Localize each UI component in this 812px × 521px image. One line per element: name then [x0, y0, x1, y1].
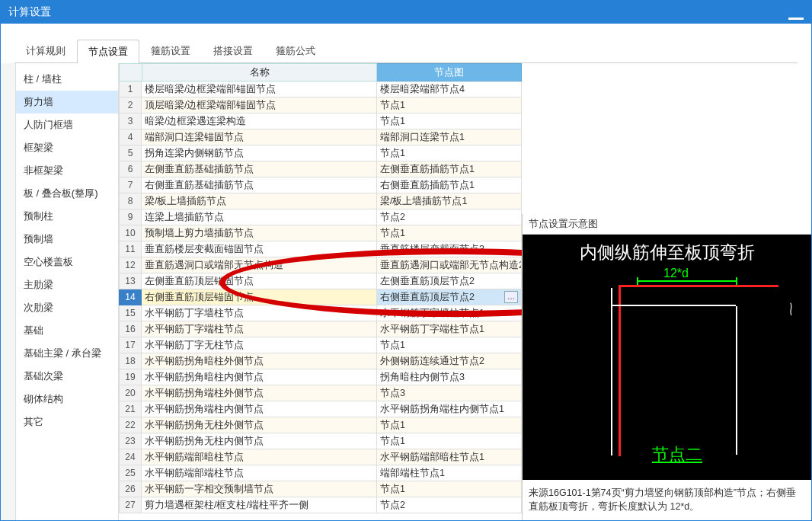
table-row[interactable]: 23水平钢筋拐角无柱内侧节点节点1	[119, 433, 522, 449]
table-row[interactable]: 27剪力墙遇框架柱/框支柱/端柱平齐一侧节点2	[119, 497, 522, 513]
sidebar-item[interactable]: 框架梁	[16, 136, 118, 159]
sidebar-item[interactable]: 砌体结构	[16, 388, 118, 411]
row-diagram[interactable]: 节点1	[377, 113, 522, 129]
tab-4[interactable]: 箍筋公式	[264, 39, 327, 62]
row-name[interactable]: 端部洞口连梁锚固节点	[142, 129, 377, 145]
table-row[interactable]: 10预制墙上剪力墙插筋节点节点1	[119, 225, 522, 241]
table-row[interactable]: 11垂直筋楼层变截面锚固节点垂直筋楼层变截面节点3	[119, 241, 522, 257]
row-name[interactable]: 梁/板上墙插筋节点	[142, 193, 377, 209]
row-diagram[interactable]: 节点3	[377, 385, 522, 401]
table-row[interactable]: 26水平钢筋一字相交预制墙节点节点1	[119, 481, 522, 497]
table-row[interactable]: 17水平钢筋丁字无柱节点节点1	[119, 337, 522, 353]
row-diagram[interactable]: 水平钢筋拐角端柱内侧节点1	[377, 401, 522, 417]
row-diagram[interactable]: 节点1	[377, 417, 522, 433]
row-name[interactable]: 垂直筋楼层变截面锚固节点	[142, 241, 377, 257]
row-diagram[interactable]: 节点1	[377, 481, 522, 497]
table-row[interactable]: 12垂直筋遇洞口或端部无节点构造垂直筋遇洞口或端部无节点构造2	[119, 257, 522, 273]
tab-3[interactable]: 搭接设置	[202, 39, 264, 62]
row-name[interactable]: 水平钢筋丁字端柱节点	[142, 321, 377, 337]
table-row[interactable]: 8梁/板上墙插筋节点梁/板上墙插筋节点1	[119, 193, 522, 209]
sidebar-item[interactable]: 主肋梁	[16, 273, 118, 296]
table-row[interactable]: 16水平钢筋丁字端柱节点水平钢筋丁字端柱节点1	[119, 321, 522, 337]
table-row[interactable]: 2顶层暗梁/边框梁端部锚固节点节点1	[119, 97, 522, 113]
row-name[interactable]: 楼层暗梁/边框梁端部锚固节点	[142, 82, 377, 97]
sidebar-item[interactable]: 剪力墙	[16, 91, 118, 113]
row-name[interactable]: 水平钢筋端部端柱节点	[142, 465, 377, 481]
minimize-button[interactable]	[788, 5, 804, 20]
row-diagram[interactable]: 节点1	[377, 145, 522, 161]
row-name[interactable]: 剪力墙遇框架柱/框支柱/端柱平齐一侧	[142, 497, 377, 513]
sidebar-item[interactable]: 非框架梁	[16, 159, 118, 182]
row-diagram[interactable]: 节点1	[377, 97, 522, 113]
row-name[interactable]: 水平钢筋丁字墙柱节点	[142, 305, 377, 321]
row-name[interactable]: 水平钢筋端部暗柱节点	[142, 449, 377, 465]
browse-button[interactable]: …	[504, 291, 518, 303]
table-row[interactable]: 25水平钢筋端部端柱节点端部端柱节点1	[119, 465, 522, 481]
row-diagram[interactable]: 左侧垂直筋顶层节点2	[377, 273, 522, 289]
row-name[interactable]: 右侧垂直筋顶层锚固节点	[142, 289, 377, 305]
row-diagram[interactable]: 水平钢筋端部暗柱节点1	[377, 449, 522, 465]
row-diagram[interactable]: 节点1	[377, 337, 522, 353]
row-name[interactable]: 左侧垂直筋基础插筋节点	[142, 161, 377, 177]
table-row[interactable]: 5拐角连梁内侧钢筋节点节点1	[119, 145, 522, 161]
table-row[interactable]: 20水平钢筋拐角端柱外侧节点节点3	[119, 385, 522, 401]
row-name[interactable]: 水平钢筋拐角暗柱外侧节点	[142, 353, 377, 369]
row-name[interactable]: 暗梁/边框梁遇连梁构造	[142, 113, 377, 129]
row-diagram[interactable]: 梁/板上墙插筋节点1	[377, 193, 522, 209]
table-row[interactable]: 13左侧垂直筋顶层锚固节点左侧垂直筋顶层节点2	[119, 273, 522, 289]
row-name[interactable]: 预制墙上剪力墙插筋节点	[142, 225, 377, 241]
row-diagram[interactable]: 水平钢筋丁字墙柱节点1	[377, 305, 522, 321]
row-diagram[interactable]: 端部洞口连梁节点1	[377, 129, 522, 145]
sidebar-item[interactable]: 预制柱	[16, 205, 118, 228]
sidebar-item[interactable]: 人防门框墙	[16, 113, 118, 136]
row-diagram[interactable]: 垂直筋遇洞口或端部无节点构造2	[377, 257, 522, 273]
row-name[interactable]: 水平钢筋拐角端柱外侧节点	[142, 385, 377, 401]
tab-0[interactable]: 计算规则	[14, 39, 77, 62]
sidebar-item[interactable]: 基础	[16, 319, 118, 342]
table-row[interactable]: 19水平钢筋拐角暗柱内侧节点拐角暗柱内侧节点3	[119, 369, 522, 385]
row-name[interactable]: 连梁上墙插筋节点	[142, 209, 377, 225]
row-diagram[interactable]: 左侧垂直筋插筋节点1	[377, 161, 522, 177]
table-row[interactable]: 6左侧垂直筋基础插筋节点左侧垂直筋插筋节点1	[119, 161, 522, 177]
sidebar-item[interactable]: 预制墙	[16, 228, 118, 251]
tab-1[interactable]: 节点设置	[77, 40, 139, 63]
sidebar-item[interactable]: 基础主梁 / 承台梁	[16, 342, 118, 365]
table-row[interactable]: 24水平钢筋端部暗柱节点水平钢筋端部暗柱节点1	[119, 449, 522, 465]
table-row[interactable]: 22水平钢筋拐角无柱外侧节点节点1	[119, 417, 522, 433]
table-row[interactable]: 3暗梁/边框梁遇连梁构造节点1	[119, 113, 522, 129]
row-name[interactable]: 水平钢筋丁字无柱节点	[142, 337, 377, 353]
sidebar-item[interactable]: 空心楼盖板	[16, 251, 118, 273]
row-diagram[interactable]: 拐角暗柱内侧节点3	[377, 369, 522, 385]
sidebar-item[interactable]: 基础次梁	[16, 365, 118, 388]
row-diagram[interactable]: 水平钢筋丁字端柱节点1	[377, 321, 522, 337]
row-name[interactable]: 左侧垂直筋顶层锚固节点	[142, 273, 377, 289]
row-name[interactable]: 水平钢筋一字相交预制墙节点	[142, 481, 377, 497]
row-name[interactable]: 水平钢筋拐角无柱外侧节点	[142, 417, 377, 433]
sidebar-item[interactable]: 柱 / 墙柱	[16, 68, 118, 91]
table-row[interactable]: 14右侧垂直筋顶层锚固节点右侧垂直筋顶层节点2…	[119, 289, 522, 305]
row-diagram[interactable]: 楼层暗梁端部节点4	[377, 82, 522, 97]
row-name[interactable]: 顶层暗梁/边框梁端部锚固节点	[142, 97, 377, 113]
sidebar-item[interactable]: 板 / 叠合板(整厚)	[16, 182, 118, 205]
row-name[interactable]: 拐角连梁内侧钢筋节点	[142, 145, 377, 161]
row-diagram[interactable]: 垂直筋楼层变截面节点3	[377, 241, 522, 257]
row-diagram[interactable]: 端部端柱节点1	[377, 465, 522, 481]
tab-2[interactable]: 箍筋设置	[139, 39, 202, 62]
row-diagram[interactable]: 节点2	[377, 497, 522, 513]
table-row[interactable]: 15水平钢筋丁字墙柱节点水平钢筋丁字墙柱节点1	[119, 305, 522, 321]
row-diagram[interactable]: 节点2	[377, 209, 522, 225]
table-row[interactable]: 1楼层暗梁/边框梁端部锚固节点楼层暗梁端部节点4	[119, 82, 522, 97]
row-diagram[interactable]: 节点1	[377, 433, 522, 449]
table-row[interactable]: 4端部洞口连梁锚固节点端部洞口连梁节点1	[119, 129, 522, 145]
table-row[interactable]: 7右侧垂直筋基础插筋节点右侧垂直筋插筋节点1	[119, 177, 522, 193]
row-name[interactable]: 右侧垂直筋基础插筋节点	[142, 177, 377, 193]
diagram-label[interactable]: 节点二	[652, 443, 702, 466]
table-row[interactable]: 18水平钢筋拐角暗柱外侧节点外侧钢筋连续通过节点2	[119, 353, 522, 369]
row-diagram[interactable]: 右侧垂直筋顶层节点2…	[377, 289, 522, 305]
row-name[interactable]: 水平钢筋拐角无柱内侧节点	[142, 433, 377, 449]
row-name[interactable]: 水平钢筋拐角暗柱内侧节点	[142, 369, 377, 385]
table-row[interactable]: 9连梁上墙插筋节点节点2	[119, 209, 522, 225]
sidebar-item[interactable]: 次肋梁	[16, 296, 118, 319]
row-diagram[interactable]: 外侧钢筋连续通过节点2	[377, 353, 522, 369]
row-name[interactable]: 垂直筋遇洞口或端部无节点构造	[142, 257, 377, 273]
